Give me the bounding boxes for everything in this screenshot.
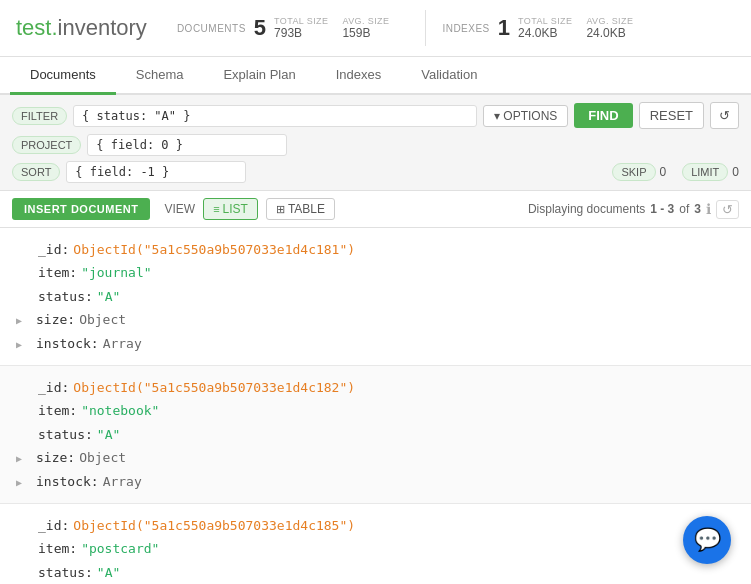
display-text: Displaying documents	[528, 202, 645, 216]
id-val-0: ObjectId("5a1c550a9b507033e1d4c181")	[73, 238, 355, 261]
limit-value: 0	[732, 165, 739, 179]
view-label: VIEW	[164, 202, 195, 216]
display-info: Displaying documents 1 - 3 of 3 ℹ ↺	[528, 200, 739, 219]
limit-tag[interactable]: LIMIT	[682, 163, 728, 181]
filter-row: FILTER ▾ OPTIONS FIND RESET ↺	[12, 102, 739, 129]
reload-icon[interactable]: ↺	[716, 200, 739, 219]
idx-avg-size-label: AVG. SIZE	[586, 16, 633, 26]
sort-input[interactable]	[66, 161, 246, 183]
id-val-2: ObjectId("5a1c550a9b507033e1d4c185")	[73, 514, 355, 537]
doc-1-status-row: status: "A"	[16, 423, 735, 446]
status-val-0: "A"	[97, 285, 120, 308]
instock-type-1: Array	[103, 470, 142, 493]
insert-document-button[interactable]: INSERT DOCUMENT	[12, 198, 150, 220]
expand-arrow-1-size[interactable]: ▶	[16, 450, 32, 468]
status-val-1: "A"	[97, 423, 120, 446]
logo-test: test	[16, 15, 51, 40]
filter-tag[interactable]: FILTER	[12, 107, 67, 125]
indexes-count: 1	[498, 15, 510, 41]
logo[interactable]: test.inventory	[16, 15, 147, 41]
doc-1-id-row: _id: ObjectId("5a1c550a9b507033e1d4c182"…	[16, 376, 735, 399]
size-key-1: size:	[36, 446, 75, 469]
doc-1-instock-row[interactable]: ▶ instock: Array	[16, 470, 735, 493]
tab-schema[interactable]: Schema	[116, 57, 204, 95]
stats-separator	[425, 10, 426, 46]
doc-0-id-row: _id: ObjectId("5a1c550a9b507033e1d4c181"…	[16, 238, 735, 261]
item-val-0: "journal"	[81, 261, 151, 284]
toolbar: INSERT DOCUMENT VIEW ≡ LIST ⊞ TABLE Disp…	[0, 191, 751, 228]
id-val-1: ObjectId("5a1c550a9b507033e1d4c182")	[73, 376, 355, 399]
options-button[interactable]: ▾ OPTIONS	[483, 105, 568, 127]
total-size-val: 793B	[274, 26, 328, 40]
reset-button[interactable]: RESET	[639, 102, 704, 129]
item-key: item:	[38, 261, 77, 284]
id-key-2: _id:	[38, 514, 69, 537]
skip-value: 0	[660, 165, 667, 179]
document-card-0: _id: ObjectId("5a1c550a9b507033e1d4c181"…	[0, 228, 751, 366]
header: test.inventory DOCUMENTS 5 TOTAL SIZE 79…	[0, 0, 751, 57]
documents-sub-stats: TOTAL SIZE 793B AVG. SIZE 159B	[274, 16, 389, 40]
view-table-button[interactable]: ⊞ TABLE	[266, 198, 335, 220]
info-icon[interactable]: ℹ	[706, 201, 711, 217]
item-val-2: "postcard"	[81, 537, 159, 560]
doc-0-size-row[interactable]: ▶ size: Object	[16, 308, 735, 331]
idx-total-size-label: TOTAL SIZE	[518, 16, 572, 26]
idx-total-size-val: 24.0KB	[518, 26, 572, 40]
chat-bubble[interactable]: 💬	[683, 516, 731, 564]
expand-arrow-1-instock[interactable]: ▶	[16, 474, 32, 492]
tab-documents[interactable]: Documents	[10, 57, 116, 95]
project-tag[interactable]: PROJECT	[12, 136, 81, 154]
status-key-1: status:	[38, 423, 93, 446]
display-range: 1 - 3	[650, 202, 674, 216]
chat-icon: 💬	[694, 527, 721, 553]
doc-0-status-row: status: "A"	[16, 285, 735, 308]
id-key: _id:	[38, 238, 69, 261]
status-val-2: "A"	[97, 561, 120, 584]
item-key-2: item:	[38, 537, 77, 560]
document-card-1: _id: ObjectId("5a1c550a9b507033e1d4c182"…	[0, 366, 751, 504]
sort-tag[interactable]: SORT	[12, 163, 60, 181]
find-button[interactable]: FIND	[574, 103, 632, 128]
doc-0-instock-row[interactable]: ▶ instock: Array	[16, 332, 735, 355]
idx-avg-size-val: 24.0KB	[586, 26, 633, 40]
limit-group: LIMIT 0	[682, 163, 739, 181]
view-list-button[interactable]: ≡ LIST	[203, 198, 258, 220]
documents-label: DOCUMENTS	[177, 23, 246, 34]
idx-avg-size-stat: AVG. SIZE 24.0KB	[586, 16, 633, 40]
indexes-label: INDEXES	[442, 23, 489, 34]
id-key-1: _id:	[38, 376, 69, 399]
doc-2-item-row: item: "postcard"	[16, 537, 735, 560]
skip-group: SKIP 0	[612, 163, 666, 181]
tab-indexes[interactable]: Indexes	[316, 57, 402, 95]
project-row: PROJECT	[12, 134, 739, 156]
tab-validation[interactable]: Validation	[401, 57, 497, 95]
filter-input[interactable]	[73, 105, 477, 127]
status-key-2: status:	[38, 561, 93, 584]
avg-size-stat: AVG. SIZE 159B	[342, 16, 389, 40]
status-key: status:	[38, 285, 93, 308]
logo-inventory: inventory	[58, 15, 147, 40]
sort-row: SORT SKIP 0 LIMIT 0	[12, 161, 739, 183]
instock-key-1: instock:	[36, 470, 99, 493]
instock-key: instock:	[36, 332, 99, 355]
doc-1-size-row[interactable]: ▶ size: Object	[16, 446, 735, 469]
size-type-0: Object	[79, 308, 126, 331]
tab-explain-plan[interactable]: Explain Plan	[203, 57, 315, 95]
instock-type-0: Array	[103, 332, 142, 355]
expand-arrow-0-instock[interactable]: ▶	[16, 336, 32, 354]
total-size-label: TOTAL SIZE	[274, 16, 328, 26]
expand-arrow-0-size[interactable]: ▶	[16, 312, 32, 330]
total-size-stat: TOTAL SIZE 793B	[274, 16, 328, 40]
size-key: size:	[36, 308, 75, 331]
documents-count: 5	[254, 15, 266, 41]
project-input[interactable]	[87, 134, 287, 156]
skip-tag[interactable]: SKIP	[612, 163, 655, 181]
avg-size-label: AVG. SIZE	[342, 16, 389, 26]
doc-1-item-row: item: "notebook"	[16, 399, 735, 422]
refresh-button[interactable]: ↺	[710, 102, 739, 129]
indexes-sub-stats: TOTAL SIZE 24.0KB AVG. SIZE 24.0KB	[518, 16, 633, 40]
idx-total-size-stat: TOTAL SIZE 24.0KB	[518, 16, 572, 40]
doc-0-item-row: item: "journal"	[16, 261, 735, 284]
document-card-2: _id: ObjectId("5a1c550a9b507033e1d4c185"…	[0, 504, 751, 584]
indexes-stat-block: INDEXES 1 TOTAL SIZE 24.0KB AVG. SIZE 24…	[442, 15, 633, 41]
